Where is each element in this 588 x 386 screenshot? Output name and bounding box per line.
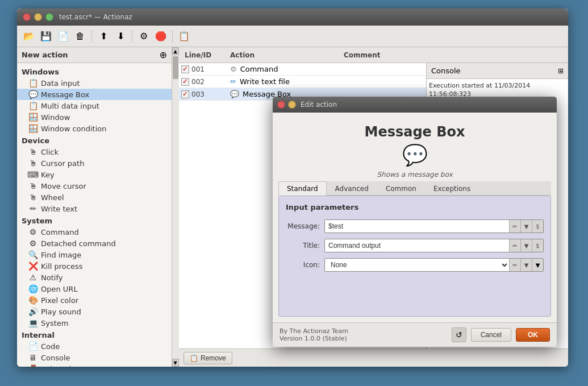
action-name-1: Command [240,65,278,73]
console-expand-icon[interactable]: ⊞ [558,67,564,75]
param-icon-down-btn[interactable]: ▼ [520,259,532,271]
param-message-edit-btn[interactable]: ✏ [509,220,520,233]
row-checkbox-2[interactable] [181,78,189,86]
param-title-var-btn[interactable]: $ [532,239,543,252]
sidebar-item-data-input[interactable]: 📋 Data input [17,77,172,89]
sidebar-item-command[interactable]: ⚙ Command [17,226,172,238]
pixel-color-icon: 🎨 [28,296,37,305]
message-box-icon: 💬 [28,90,37,99]
key-icon: ⌨ [28,170,37,179]
param-icon-edit-btn[interactable]: ✏ [509,259,520,271]
system-icon: 💻 [28,318,37,327]
toolbar-save-btn[interactable]: 💾 [39,29,53,44]
remove-label: Remove [201,354,226,362]
sidebar-item-wheel[interactable]: 🖱 Wheel [17,192,172,203]
tab-exceptions[interactable]: Exceptions [425,181,479,196]
sidebar-item-detached-command[interactable]: ⚙ Detached command [17,238,172,249]
sidebar-item-exit-actionaz[interactable]: 🚪 Exit Actionaz [17,363,172,367]
tab-bar: Standard Advanced Common Exceptions [278,181,551,196]
sidebar-item-cursor-path-label: Cursor path [41,159,84,168]
param-title-down-btn[interactable]: ▼ [520,239,532,252]
sidebar-item-pixel-color[interactable]: 🎨 Pixel color [17,294,172,306]
dialog-close-button[interactable] [277,101,285,109]
row-checkbox-3[interactable] [181,90,189,98]
dialog-heading: Message Box [365,124,465,140]
row-checkbox-1[interactable] [181,65,189,73]
param-title-input[interactable] [325,240,509,251]
sidebar-item-window-label: Window [41,113,70,122]
tab-advanced[interactable]: Advanced [327,181,377,196]
sidebar-item-find-image-label: Find image [41,251,81,259]
minimize-button[interactable] [34,13,42,21]
toolbar-new-btn[interactable]: 📄 [56,29,70,44]
sidebar-item-data-input-label: Data input [41,79,80,88]
col-header-comment: Comment [338,51,568,59]
sidebar-item-console[interactable]: 🖥 Console [17,352,172,363]
toolbar-down-btn[interactable]: ⬇ [113,29,128,44]
sidebar-item-message-box[interactable]: 💬 Message Box [17,89,172,100]
remove-icon: 📋 [190,354,198,362]
sidebar-item-message-box-label: Message Box [41,90,89,99]
param-icon-dropdown[interactable]: None Information Warning Critical [325,259,509,271]
sidebar-item-exit-actionaz-label: Exit Actionaz [41,365,89,367]
section-system: System [17,214,172,226]
sidebar-item-write-text[interactable]: ✏ Write text [17,203,172,214]
sidebar-item-cursor-path[interactable]: 🖱 Cursor path [17,157,172,169]
move-cursor-icon: 🖱 [28,181,37,190]
scroll-up-arrow[interactable]: ▲ [172,47,179,55]
version: Version 1.0.0 (Stable) [280,335,348,342]
maximize-button[interactable] [45,13,53,21]
sidebar-item-system[interactable]: 💻 System [17,317,172,329]
sidebar-item-move-cursor[interactable]: 🖱 Move cursor [17,180,172,192]
scroll-thumb[interactable] [173,56,178,79]
param-message-down-btn[interactable]: ▼ [520,220,532,233]
tab-common[interactable]: Common [377,181,425,196]
toolbar-open-btn[interactable]: 📂 [22,29,36,44]
params-area: Input parameters Message: ✏ ▼ $ Title: [278,196,551,317]
sidebar-item-open-url[interactable]: 🌐 Open URL [17,283,172,294]
sidebar-item-code[interactable]: 📄 Code [17,341,172,352]
toolbar-clipboard-btn[interactable]: 📋 [177,29,191,44]
remove-button[interactable]: 📋 Remove [184,352,232,364]
tab-standard[interactable]: Standard [278,181,327,196]
sidebar-item-kill-process[interactable]: ❌ Kill process [17,260,172,272]
dialog-minimize-button[interactable] [288,101,296,109]
lineid-text-1: 001 [191,65,205,73]
sidebar-item-multi-data-input[interactable]: 📋 Multi data input [17,100,172,111]
sidebar-item-find-image[interactable]: 🔍 Find image [17,249,172,260]
reset-button[interactable]: ↺ [452,327,466,342]
window-title: test.ascr* — Actionaz [59,13,132,21]
by-team: By The Actionaz Team [280,327,348,335]
dialog-buttons: ↺ Cancel OK [452,327,550,342]
table-row[interactable]: 002 ✏ Write text file [179,76,426,88]
param-icon-arrow[interactable]: ▼ [532,259,543,271]
sidebar-item-window[interactable]: 🪟 Window [17,111,172,123]
sidebar-item-wheel-label: Wheel [41,193,64,202]
scroll-down-arrow[interactable]: ▼ [172,359,179,367]
toolbar-settings-btn[interactable]: ⚙ [136,29,151,44]
table-row[interactable]: 001 ⚙ Command [179,63,426,76]
toolbar-stop-btn[interactable]: 🛑 [153,29,168,44]
param-message-var-btn[interactable]: $ [532,220,543,233]
close-button[interactable] [23,13,31,21]
sidebar-item-notify[interactable]: ⚠ Notify [17,272,172,283]
write-text-icon: ✏ [28,204,37,213]
sidebar-item-play-sound[interactable]: 🔊 Play sound [17,306,172,317]
sidebar-item-window-condition[interactable]: 🪟 Window condition [17,123,172,134]
toolbar-delete-btn[interactable]: 🗑 [73,29,87,44]
sidebar-item-click[interactable]: 🖱 Click [17,146,172,157]
sidebar-add-icon[interactable]: ⊕ [160,49,167,60]
window-icon: 🪟 [28,113,37,122]
toolbar-up-btn[interactable]: ⬆ [96,29,111,44]
sidebar-item-key[interactable]: ⌨ Key [17,169,172,180]
param-title-edit-btn[interactable]: ✏ [509,239,520,252]
lineid-text-2: 002 [191,78,205,86]
param-row-message: Message: ✏ ▼ $ [286,219,544,233]
param-message-input[interactable] [325,221,509,232]
kill-process-icon: ❌ [28,262,37,271]
cancel-button[interactable]: Cancel [471,328,511,342]
find-image-icon: 🔍 [28,250,37,259]
lineid-text-3: 003 [191,90,205,98]
ok-button[interactable]: OK [516,328,550,342]
sidebar-scrollbar[interactable]: ▲ ▼ [172,47,178,367]
